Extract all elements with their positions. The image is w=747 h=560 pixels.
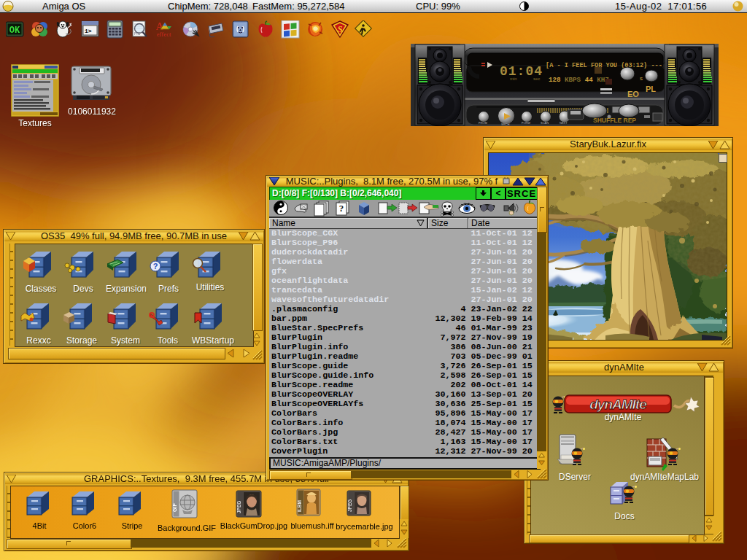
svg-text:dynAMIte: dynAMIte — [589, 397, 647, 412]
svg-text:ILBM: ILBM — [297, 500, 302, 512]
svg-text:sec: sec — [533, 77, 540, 81]
svg-text:SCAN: SCAN — [541, 121, 549, 125]
svg-text:[A - I FEEL FOR YOU (03:12) --: [A - I FEEL FOR YOU (03:12) --- — [546, 62, 662, 69]
svg-text:S: S — [337, 23, 342, 34]
svg-text:FROM: FROM — [479, 121, 487, 125]
svg-text:EO: EO — [627, 90, 639, 98]
svg-text:?: ? — [339, 203, 344, 214]
svg-text:NEXT: NEXT — [560, 121, 568, 125]
svg-text:JPEG: JPEG — [236, 501, 241, 513]
svg-text:GIF: GIF — [172, 503, 177, 512]
svg-text:OK: OK — [9, 26, 20, 36]
svg-text:JPEG: JPEG — [347, 499, 352, 512]
svg-text:min: min — [510, 77, 517, 81]
svg-text:128 KBPS 44 KHZ: 128 KBPS 44 KHZ — [549, 76, 609, 84]
svg-text:SRCH: SRCH — [501, 122, 509, 126]
svg-text:?: ? — [153, 262, 158, 271]
svg-text:FORW: FORW — [522, 121, 530, 125]
svg-text:effect: effect — [157, 31, 171, 38]
svg-text:PIC: PIC — [134, 31, 141, 36]
svg-text:1>: 1> — [85, 28, 92, 34]
svg-text:SHUFFLE REP: SHUFFLE REP — [593, 117, 636, 124]
svg-text:PL: PL — [646, 85, 656, 93]
svg-text:s: s — [640, 75, 643, 82]
